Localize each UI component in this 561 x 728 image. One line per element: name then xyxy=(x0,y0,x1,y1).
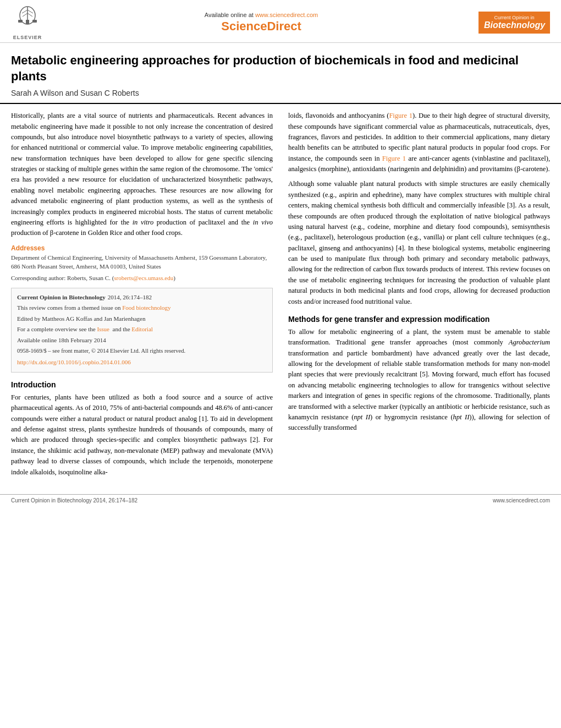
page-header: ELSEVIER Available online at www.science… xyxy=(0,0,561,43)
svg-rect-0 xyxy=(26,20,29,24)
paper-authors: Sarah A Wilson and Susan C Roberts xyxy=(11,89,550,97)
email-link[interactable]: sroberts@ecs.umass.edu xyxy=(114,275,173,281)
paper-title: Metabolic engineering approaches for pro… xyxy=(11,53,550,84)
methods-para: To allow for metabolic engineering of a … xyxy=(288,327,550,434)
footer-left: Current Opinion in Biotechnology 2014, 2… xyxy=(11,497,138,503)
copyright-text: 0958-1669/$ – see front matter, © 2014 E… xyxy=(17,347,267,356)
journal-current-opinion: Current Opinion in xyxy=(484,15,544,20)
editorial-link[interactable]: Editorial xyxy=(131,326,153,332)
sciencedirect-logo: ScienceDirect xyxy=(44,19,479,34)
food-biotech-link[interactable]: Food biotechnology xyxy=(122,304,170,311)
header-center: Available online at www.sciencedirect.co… xyxy=(44,12,479,34)
right-column: loids, flavonoids and anthocyanins (Figu… xyxy=(280,104,561,489)
info-journal-row: Current Opinion in Biotechnology 2014, 2… xyxy=(17,293,267,303)
right-para2: Although some valuable plant natural pro… xyxy=(288,179,550,307)
left-column: Historically, plants are a vital source … xyxy=(0,104,280,489)
abstract-text: Historically, plants are a vital source … xyxy=(11,111,273,239)
svg-line-6 xyxy=(28,13,32,17)
figure1-ref[interactable]: Figure 1 xyxy=(389,112,413,119)
elsevier-logo-section: ELSEVIER xyxy=(11,4,44,40)
info-available-row: Available online 18th February 2014 xyxy=(17,336,267,346)
address-text: Department of Chemical Engineering, Univ… xyxy=(11,254,273,271)
info-year: 2014, 26:174–182 xyxy=(108,293,152,303)
issue-link[interactable]: Issue xyxy=(97,326,109,332)
introduction-heading: Introduction xyxy=(11,380,273,389)
svg-line-3 xyxy=(22,10,28,13)
methods-heading: Methods for gene transfer and expression… xyxy=(288,315,550,324)
sciencedirect-url[interactable]: www.sciencedirect.com xyxy=(255,12,318,18)
introduction-para1: For centuries, plants have been utilized… xyxy=(11,392,273,478)
info-themed-row: This review comes from a themed issue on… xyxy=(17,303,267,313)
elsevier-label: ELSEVIER xyxy=(13,35,42,40)
svg-line-5 xyxy=(23,13,28,17)
svg-rect-7 xyxy=(18,20,23,23)
corresponding-author: Corresponding author: Roberts, Susan C. … xyxy=(11,275,273,281)
footer-right: www.sciencedirect.com xyxy=(493,497,550,503)
svg-rect-8 xyxy=(32,20,37,23)
journal-badge: Current Opinion in Biotechnology xyxy=(479,12,550,34)
addresses-title: Addresses xyxy=(11,244,273,252)
info-complete-row: For a complete overview see the Issue an… xyxy=(17,325,267,335)
main-content: Historically, plants are a vital source … xyxy=(0,104,561,489)
page-footer: Current Opinion in Biotechnology 2014, 2… xyxy=(0,494,561,506)
figure1-ref2[interactable]: Figure 1 xyxy=(382,155,406,162)
right-para1: loids, flavonoids and anthocyanins (Figu… xyxy=(288,111,550,174)
addresses-section: Addresses Department of Chemical Enginee… xyxy=(11,244,273,281)
journal-name: Biotechnology xyxy=(484,20,544,30)
info-journal-label: Current Opinion in Biotechnology xyxy=(17,293,106,303)
doi-link[interactable]: http://dx.doi.org/10.1016/j.copbio.2014.… xyxy=(17,358,267,368)
info-edited-row: Edited by Mattheos AG Koffas and Jan Mar… xyxy=(17,314,267,324)
info-themed-text: This review comes from a themed issue on… xyxy=(17,303,171,313)
elsevier-logo xyxy=(11,4,44,35)
info-available-text: Available online 18th February 2014 xyxy=(17,336,106,346)
svg-line-4 xyxy=(28,10,33,13)
info-complete-text: For a complete overview see the Issue an… xyxy=(17,325,153,335)
info-edited-text: Edited by Mattheos AG Koffas and Jan Mar… xyxy=(17,314,146,324)
title-section: Metabolic engineering approaches for pro… xyxy=(0,43,561,104)
info-box: Current Opinion in Biotechnology 2014, 2… xyxy=(11,288,273,373)
available-online-text: Available online at www.sciencedirect.co… xyxy=(44,12,479,18)
